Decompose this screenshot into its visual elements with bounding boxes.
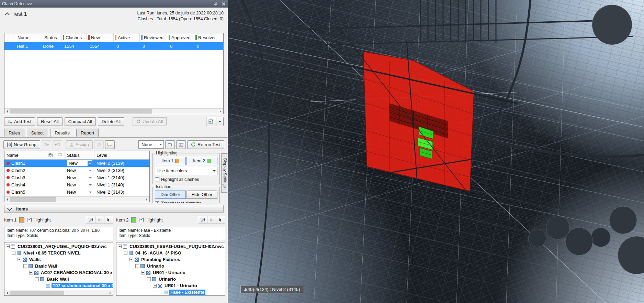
highlight-item2-toggle[interactable]: Item 2 (187, 157, 217, 165)
results-table-hscrollbar[interactable] (4, 196, 149, 202)
scroll-left-icon[interactable] (4, 197, 10, 202)
test-col-blank[interactable] (4, 33, 13, 42)
tree-node[interactable]: UR01 - Urinario (116, 269, 225, 276)
tree-node-selected[interactable]: Fase - Existente (116, 289, 225, 295)
expander-icon[interactable] (141, 271, 145, 274)
tree-node[interactable]: CUI2339031_ARQ-UGEL_PUQUIO-I02.nwc (4, 243, 113, 250)
test-col-name[interactable]: Name (13, 33, 40, 42)
results-col-name[interactable]: Name (4, 151, 55, 159)
back-arrow-icon-button[interactable] (207, 216, 216, 224)
status-combo[interactable]: New (67, 167, 92, 173)
expander-icon[interactable] (12, 251, 15, 255)
tree-node[interactable]: UR01 - Urinario (116, 282, 225, 289)
checkbox[interactable] (27, 218, 32, 222)
results-col-comments[interactable] (55, 151, 65, 159)
expander-icon[interactable] (124, 251, 127, 255)
expander-icon[interactable] (23, 264, 27, 268)
status-combo[interactable]: New (67, 189, 92, 195)
test-col-new[interactable]: New (87, 33, 114, 42)
reset-all-button[interactable]: Reset All (37, 117, 62, 126)
expander-icon[interactable] (29, 271, 33, 274)
cursor-icon-button[interactable] (216, 216, 225, 224)
test-table-hscrollbar[interactable] (4, 108, 223, 114)
expander-icon[interactable] (129, 258, 133, 261)
remove-from-group-icon-button[interactable] (53, 140, 62, 149)
checkbox[interactable] (139, 218, 144, 222)
tab-select[interactable]: Select (27, 129, 48, 137)
test-col-status[interactable]: Status (40, 33, 61, 42)
item1-highlight-checkbox[interactable]: Highlight (27, 217, 51, 223)
status-combo[interactable]: New (67, 160, 92, 166)
scroll-left-icon[interactable] (4, 290, 10, 295)
rerun-test-button[interactable]: Re-run Test (187, 140, 224, 149)
test-col-active[interactable]: Active (114, 33, 140, 42)
tree-node[interactable]: Basic Wall (4, 263, 113, 269)
select-box-icon-button[interactable] (86, 216, 95, 224)
test-col-clashes[interactable]: Clashes (61, 33, 87, 42)
test-col-resolved[interactable]: Resolved (194, 33, 216, 42)
tree1-hscrollbar[interactable] (4, 290, 113, 295)
tree-node[interactable]: Urinario (116, 276, 225, 282)
clash-row[interactable]: Clash4 New Nivel 1 (3140) (4, 181, 149, 188)
checkbox[interactable] (155, 177, 159, 182)
scrollbar-thumb[interactable] (10, 109, 152, 113)
test-row-selected[interactable]: Test 1 Done 1554 1554 0 0 0 0 (4, 42, 223, 50)
tab-report[interactable]: Report (76, 129, 99, 137)
expander-icon[interactable] (18, 258, 21, 261)
select-box-icon-button[interactable] (198, 216, 207, 224)
undo-icon-button[interactable] (165, 140, 175, 149)
hide-other-button[interactable]: Hide Other (187, 191, 217, 199)
test-col-reviewed[interactable]: Reviewed (140, 33, 167, 42)
test-table-empty-area[interactable] (4, 50, 223, 108)
expander-icon[interactable] (35, 277, 39, 281)
collapse-items-icon[interactable] (7, 206, 12, 211)
tab-results[interactable]: Results (50, 129, 74, 137)
item1-color-swatch[interactable] (19, 217, 24, 223)
status-combo[interactable]: New (67, 182, 92, 188)
tree-node[interactable]: CUI2339031_IISSAG-UGEL_PUQUIO-I02.nwc (116, 243, 225, 250)
unassign-icon-button[interactable] (94, 140, 104, 149)
update-all-button[interactable]: Update All (133, 117, 167, 126)
use-item-colors-dropdown[interactable]: Use item colors (155, 167, 217, 175)
report-dropdown-arrow-icon[interactable] (216, 117, 223, 126)
expander-icon[interactable] (135, 264, 139, 268)
cursor-icon-button[interactable] (104, 216, 113, 224)
collapse-test-icon[interactable] (5, 12, 10, 17)
report-icon[interactable] (206, 117, 216, 126)
highlight-all-clashes-checkbox[interactable]: Highlight all clashes (155, 177, 217, 182)
status-combo[interactable]: New (67, 175, 92, 181)
3d-viewport[interactable]: J(40)-4(124) : Nivel 2 (3145) (228, 0, 644, 303)
scroll-left-icon[interactable] (4, 109, 10, 114)
comment-icon-button[interactable] (105, 140, 115, 149)
clash-row[interactable]: Clash5 New Nivel 2 (3143) (4, 188, 149, 196)
tree-node[interactable]: Walls (4, 256, 113, 263)
add-test-button[interactable]: Add Test (4, 117, 35, 126)
items-section-bar[interactable]: Items (4, 205, 224, 213)
tab-rules[interactable]: Rules (4, 129, 24, 137)
compact-all-button[interactable]: Compact All (65, 117, 96, 126)
scrollbar-thumb[interactable] (10, 291, 64, 295)
grid-view-icon-button[interactable] (176, 140, 186, 149)
transparent-dimming-checkbox[interactable]: Transparent dimming (155, 201, 217, 203)
tree-node[interactable]: Urinario (116, 263, 225, 269)
panel-titlebar[interactable]: Clash Detective (0, 0, 228, 8)
back-arrow-icon-button[interactable] (95, 216, 104, 224)
tree-node[interactable]: Plumbing Fixtures (116, 256, 225, 263)
scroll-right-icon[interactable] (108, 290, 113, 295)
clash-row[interactable]: Clash2 New Nivel 2 (3139) (4, 167, 149, 174)
scroll-right-icon[interactable] (144, 197, 149, 202)
results-col-level[interactable]: Level (94, 151, 149, 159)
scrollbar-thumb[interactable] (10, 197, 56, 202)
scroll-right-icon[interactable] (218, 109, 223, 114)
tree-node-selected[interactable]: T07 cerámico nacional 30 x 30 H (4, 282, 113, 289)
expander-icon[interactable] (147, 277, 151, 281)
clash-row[interactable]: Clash3 New Nivel 1 (3140) (4, 174, 149, 181)
dim-other-button[interactable]: Dim Other (155, 191, 186, 199)
pin-icon[interactable] (213, 1, 218, 6)
clash-row[interactable]: Clash1 New Nivel 2 (3139) (4, 160, 149, 167)
filter-dropdown[interactable]: None (138, 140, 164, 149)
test-col-approved[interactable]: Approved (167, 33, 194, 42)
expander-icon[interactable] (118, 245, 122, 248)
assign-button[interactable]: Assign (66, 140, 93, 149)
new-group-button[interactable]: New Group (3, 140, 40, 149)
